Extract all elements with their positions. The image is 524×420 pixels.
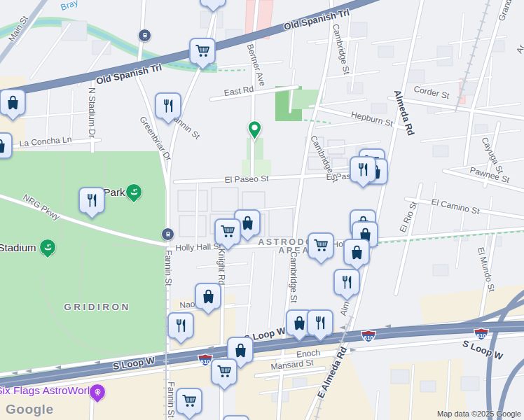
theme-park-pin-icon[interactable] [89, 384, 106, 400]
poi-marker-shopping-cart-old-spanish[interactable] [189, 38, 216, 69]
poi-marker-restaurant-el-paseo[interactable] [350, 156, 376, 187]
interstate-610-shield: 610 [473, 328, 490, 341]
poi-marker-shopping-cart-bottom-partial[interactable] [223, 415, 249, 420]
google-logo: Google [6, 402, 53, 417]
poi-marker-shopping-cart-s-loop-2[interactable] [176, 388, 202, 419]
park-pin-icon[interactable] [246, 120, 263, 142]
poi-marker-shopping-cart-s-loop-1[interactable] [211, 358, 237, 389]
poi-label-six-flags-astroworld[interactable]: Six Flags AstroWorld [0, 384, 96, 397]
map-attribution: Map data ©2025 Google [437, 410, 521, 418]
poi-marker-shopping-cart-holly-hall[interactable] [214, 218, 241, 249]
transit-station-icon[interactable] [138, 29, 151, 42]
poi-marker-restaurant-nrg-park[interactable] [78, 187, 105, 218]
park-dot-icon[interactable] [125, 183, 142, 200]
road-label-n-stadium-dr: N Stadium Dr [87, 88, 97, 138]
poi-label-park[interactable]: Park [104, 186, 125, 198]
stadium-dot-icon[interactable] [39, 239, 56, 255]
poi-marker-restaurant-e-almeda[interactable] [307, 309, 333, 340]
shopping-bag-icon [0, 138, 8, 154]
poi-marker-shopping-bag-naomi[interactable] [195, 283, 221, 314]
poi-marker-shopping-bag-stack-2[interactable] [343, 239, 370, 270]
poi-marker-shopping-bag-west-2[interactable] [0, 132, 13, 159]
poi-label-stadium[interactable]: Stadium [0, 241, 36, 253]
poi-marker-shopping-bag-west-1[interactable] [0, 89, 26, 120]
train-icon [141, 31, 149, 40]
stadium-glyph-icon [43, 242, 53, 253]
transit-station-icon[interactable] [161, 227, 174, 241]
shield-number: 610 [360, 335, 377, 342]
poi-marker-shopping-cart-astrodome[interactable] [308, 232, 334, 263]
poi-marker-restaurant-naomi[interactable] [167, 312, 194, 343]
area-label-gridiron: GRIDIRON [64, 302, 131, 312]
road-label-cambridge-st-south: Cambridge St [289, 251, 298, 302]
shield-number: 610 [473, 332, 490, 340]
stadium-glyph-icon [129, 187, 139, 197]
map-viewport[interactable]: { "attribution": {"map_data": "Map data … [0, 0, 524, 420]
poi-marker-top-edge-partial[interactable] [200, 0, 226, 11]
road-label-knight-rd: Knight Rd [216, 248, 226, 286]
road-label-fannin-st-south: Fannin St [166, 382, 176, 417]
poi-marker-restaurant-el-rio[interactable] [333, 269, 360, 300]
road-label-fannin-st-mid: Fannin St [163, 250, 173, 286]
road-label-el-paseo-st: El Paseo St [224, 174, 268, 185]
train-icon [164, 230, 172, 239]
ferris-wheel-icon [92, 387, 103, 398]
interstate-610-shield: 610 [360, 330, 377, 343]
poi-marker-restaurant-greenbriar[interactable] [155, 92, 181, 123]
